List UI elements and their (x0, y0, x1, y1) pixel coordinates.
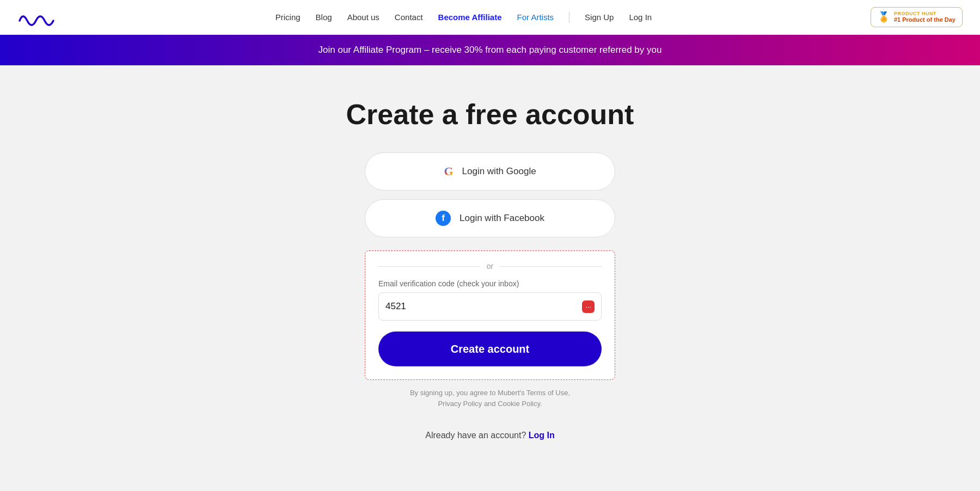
banner-text: Join our Affiliate Program – receive 30%… (318, 45, 662, 55)
already-have-account: Already have an account? Log In (425, 431, 554, 440)
google-icon: G (444, 164, 453, 179)
nav-divider (569, 12, 569, 23)
nav-affiliate[interactable]: Become Affiliate (438, 13, 502, 22)
nav-blog[interactable]: Blog (316, 13, 332, 22)
nav-links: Pricing Blog About us Contact Become Aff… (275, 12, 652, 23)
email-label: Email verification code (check your inbo… (378, 279, 602, 288)
affiliate-banner[interactable]: Join our Affiliate Program – receive 30%… (0, 35, 980, 65)
page-title: Create a free account (346, 98, 634, 131)
nav-signup[interactable]: Sign Up (585, 13, 614, 22)
or-divider: or (378, 262, 602, 271)
email-verification-box: or Email verification code (check your i… (365, 250, 615, 380)
email-input[interactable] (385, 301, 582, 312)
login-link[interactable]: Log In (529, 431, 555, 440)
facebook-login-label: Login with Facebook (460, 213, 544, 224)
or-line-left (378, 266, 480, 267)
nav-pricing[interactable]: Pricing (275, 13, 301, 22)
nav-for-artists[interactable]: For Artists (517, 13, 554, 22)
ph-badge-text: PRODUCT HUNT #1 Product of the Day (894, 11, 955, 24)
already-label: Already have an account? (425, 431, 526, 440)
ph-badge-label: PRODUCT HUNT (894, 11, 955, 17)
ph-badge-icon: 🏅 (878, 11, 890, 23)
navbar: Pricing Blog About us Contact Become Aff… (0, 0, 980, 35)
google-login-label: Login with Google (462, 166, 536, 177)
product-hunt-badge[interactable]: 🏅 PRODUCT HUNT #1 Product of the Day (871, 7, 963, 28)
ph-badge-title: #1 Product of the Day (894, 16, 955, 23)
logo[interactable] (17, 9, 57, 26)
create-account-button[interactable]: Create account (378, 332, 602, 366)
main-content: Create a free account G Login with Googl… (0, 65, 980, 440)
facebook-login-button[interactable]: f Login with Facebook (365, 199, 615, 237)
or-text: or (487, 262, 493, 271)
nav-login[interactable]: Log In (629, 13, 652, 22)
google-login-button[interactable]: G Login with Google (365, 152, 615, 191)
facebook-icon: f (436, 211, 451, 226)
sms-icon[interactable]: ··· (582, 300, 595, 313)
email-input-row: ··· (378, 292, 602, 321)
terms-text: By signing up, you agree to Mubert's Ter… (410, 388, 570, 409)
or-line-right (500, 266, 602, 267)
nav-contact[interactable]: Contact (395, 13, 423, 22)
nav-about[interactable]: About us (347, 13, 379, 22)
